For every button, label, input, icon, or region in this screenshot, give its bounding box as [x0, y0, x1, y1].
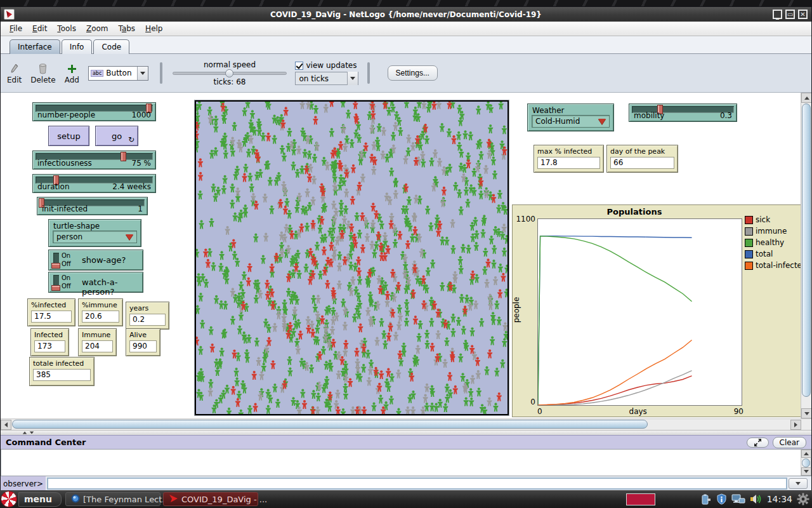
person-immune: [473, 300, 479, 309]
switch-watch-a-person[interactable]: OnOff watch-a-person?: [48, 272, 143, 293]
checkbox-checked-icon[interactable]: [295, 62, 303, 70]
main-vertical-scrollbar[interactable]: [801, 93, 811, 418]
agents-layer: [196, 102, 508, 414]
person-healthy: [417, 320, 423, 329]
clear-button[interactable]: Clear: [773, 437, 806, 448]
tab-interface[interactable]: Interface: [10, 39, 60, 54]
slider-number-people[interactable]: number-people1000: [32, 102, 156, 121]
menu-edit[interactable]: Edit: [27, 23, 52, 34]
person-healthy: [315, 242, 320, 251]
menu-help[interactable]: Help: [140, 23, 167, 34]
person-healthy: [232, 213, 238, 222]
person-healthy: [239, 281, 244, 290]
scrollbar-thumb[interactable]: [802, 458, 810, 467]
chooser-weather[interactable]: Weather Cold-Humid: [527, 104, 614, 131]
monitor-pct-immune: %immune20.6: [78, 298, 123, 326]
history-dropdown[interactable]: [789, 478, 808, 489]
person-immune: [284, 224, 289, 233]
settings-button[interactable]: Settings...: [388, 65, 438, 81]
tab-info[interactable]: Info: [62, 39, 93, 54]
scrollbar-thumb[interactable]: [802, 104, 811, 397]
person-immune: [365, 233, 370, 242]
tab-code[interactable]: Code: [93, 39, 129, 54]
close-icon[interactable]: ✕: [798, 10, 808, 19]
person-sick: [266, 337, 272, 346]
delete-button[interactable]: Delete: [30, 62, 55, 84]
person-healthy: [429, 318, 435, 327]
add-button[interactable]: Add: [65, 62, 79, 84]
edit-button[interactable]: Edit: [7, 62, 22, 84]
person-healthy: [272, 384, 278, 392]
distro-logo-icon[interactable]: [1, 491, 17, 507]
scroll-up-icon[interactable]: [801, 93, 811, 103]
person-healthy: [316, 392, 322, 401]
splitter-up-icon[interactable]: [23, 432, 27, 434]
person-sick: [397, 231, 403, 240]
output-scrollbar[interactable]: [801, 450, 811, 476]
person-healthy: [500, 359, 506, 368]
monitor-pct-infected: %infected17.5: [27, 298, 75, 326]
scrollbar-thumb[interactable]: [12, 420, 648, 429]
scroll-left-icon[interactable]: [1, 420, 11, 430]
battery-icon[interactable]: [701, 493, 712, 505]
person-healthy: [494, 300, 500, 309]
person-immune: [263, 233, 269, 242]
command-center-output[interactable]: [1, 449, 811, 476]
switch-knob-off[interactable]: [51, 263, 60, 269]
minimize-icon[interactable]: _: [773, 10, 782, 19]
scroll-down-icon[interactable]: [801, 467, 811, 476]
widget-type-dropdown[interactable]: abc Button: [88, 66, 148, 81]
menu-button[interactable]: menu: [18, 492, 62, 507]
maximize-icon[interactable]: ▭: [785, 10, 795, 19]
gear-icon[interactable]: [797, 493, 809, 505]
menu-file[interactable]: File: [4, 23, 27, 34]
keyboard-layout-flag-icon[interactable]: [626, 493, 655, 505]
person-healthy: [300, 389, 306, 398]
slider-duration[interactable]: duration2.4 weeks: [32, 174, 156, 193]
person-healthy: [291, 397, 296, 406]
network-computer-icon[interactable]: [731, 493, 745, 505]
person-sick: [252, 403, 258, 412]
person-healthy: [306, 150, 312, 159]
person-sick: [497, 290, 503, 298]
menu-zoom[interactable]: Zoom: [81, 23, 114, 34]
view-updates-checkbox[interactable]: view updates: [295, 61, 358, 70]
chooser-turtle-shape[interactable]: turtle-shape person: [48, 219, 141, 247]
person-sick: [302, 400, 308, 409]
task-netlogo[interactable]: COVID_19_DaVig - ...: [163, 492, 258, 506]
speed-slider-thumb[interactable]: [225, 69, 233, 77]
slider-mobility[interactable]: mobility0.3: [629, 104, 737, 122]
command-center-splitter[interactable]: [1, 430, 811, 435]
person-healthy: [247, 173, 253, 182]
switch-show-age[interactable]: OnOff show-age?: [48, 250, 143, 271]
chooser-value[interactable]: Cold-Humid: [532, 115, 610, 128]
main-horizontal-scrollbar[interactable]: [1, 418, 811, 430]
scroll-down-icon[interactable]: [801, 408, 811, 418]
person-immune: [342, 215, 348, 224]
task-browser[interactable]: [The Feynman Lect...: [65, 492, 160, 506]
person-immune: [403, 156, 409, 164]
speed-label: normal speed: [204, 60, 256, 69]
expand-button[interactable]: [747, 438, 769, 448]
scroll-up-icon[interactable]: [801, 450, 811, 458]
splitter-down-icon[interactable]: [30, 432, 34, 434]
person-sick: [447, 372, 453, 381]
setup-button[interactable]: setup: [48, 126, 89, 146]
command-input[interactable]: [47, 478, 787, 490]
menu-tabs[interactable]: Tabs: [114, 23, 141, 34]
chooser-value[interactable]: person: [53, 231, 137, 243]
switch-knob-off[interactable]: [51, 285, 60, 291]
slider-init-infected[interactable]: init-infected1: [37, 197, 148, 215]
series-healthy: [538, 236, 692, 405]
go-button[interactable]: go ↻: [95, 126, 138, 146]
person-healthy: [253, 234, 259, 243]
update-mode-dropdown[interactable]: on ticks: [295, 72, 358, 85]
scroll-right-icon[interactable]: [790, 420, 801, 430]
person-immune: [304, 362, 310, 371]
person-healthy: [393, 239, 398, 248]
slider-infectiousness[interactable]: infectiousness75 %: [32, 150, 156, 170]
speed-slider[interactable]: [173, 72, 287, 75]
security-shield-icon[interactable]: [716, 493, 727, 505]
menu-tools[interactable]: Tools: [52, 23, 81, 34]
volume-icon[interactable]: [750, 493, 763, 505]
